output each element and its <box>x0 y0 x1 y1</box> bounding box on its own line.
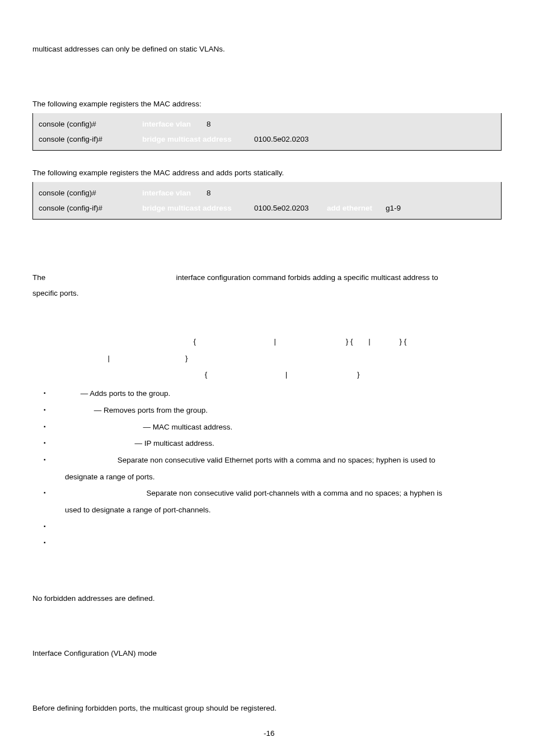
syn1-remove: remove <box>372 337 399 346</box>
code2-r2-prompt: console (config-if)# <box>39 200 142 216</box>
code1-r2-arg: 0100.5e02.0203 <box>254 132 309 147</box>
example2-caption: The following example registers the MAC … <box>32 165 502 181</box>
syntax-line2: interface-list | port-channel number} <box>65 350 502 367</box>
syn2-pc: port-channel <box>112 354 160 362</box>
code2-row1: console (config)# interface vlan 8 <box>39 185 495 200</box>
command-modes-heading: Command Modes <box>32 622 502 638</box>
param-eth-d1: Separate non consecutive valid Ethernet … <box>118 456 435 464</box>
syn1-b: ip-multicast-address <box>278 337 346 346</box>
syntax-line1: bridge multicast forbidden address {mac-… <box>65 333 502 350</box>
code2-r2-kw1: bridge multicast address <box>142 200 254 216</box>
default-config-text: No forbidden addresses are defined. <box>32 591 502 606</box>
syn3-close: } <box>357 370 360 379</box>
syn1-bc2: } { <box>400 337 407 346</box>
page-container: multicast addresses can only be defined … <box>0 0 534 756</box>
code2-r1-kw: interface vlan <box>142 185 207 200</box>
param-add-key: add <box>65 389 78 398</box>
param-port-channel: port-channel number — Separate non conse… <box>38 485 502 518</box>
example1-caption: The following example registers the MAC … <box>32 96 502 112</box>
param-eth-key: interface-list — <box>65 456 118 464</box>
code2-r1-arg: 8 <box>207 185 223 200</box>
command-modes-text: Interface Configuration (VLAN) mode <box>32 646 502 661</box>
param-pc-d1: Separate non consecutive valid port-chan… <box>147 489 442 497</box>
intro-paragraph: multicast addresses can only be defined … <box>32 41 502 57</box>
param-mac: mac-multicast-address — MAC multicast ad… <box>38 419 502 436</box>
syn2-b: number <box>160 354 185 362</box>
syn1-eth: ethernet <box>406 337 436 346</box>
syn1-bar2: | <box>366 337 372 346</box>
code1-r1-kw: interface vlan <box>142 116 207 132</box>
syn1-cmd: bridge multicast forbidden address <box>65 337 194 346</box>
param-mac-key: mac-multicast-address <box>65 423 141 431</box>
syn1-add: add <box>353 337 366 346</box>
param-eth-d2: designate a range of ports. <box>65 469 502 486</box>
syn3-b: ip-multicast-address <box>289 370 357 379</box>
page-number: -16 <box>264 729 275 738</box>
user-guidelines-heading: User Guidelines <box>32 677 502 693</box>
param-ip-key: ip-multicast-address <box>65 439 133 447</box>
code2-r2-arg1: 0100.5e02.0203 <box>254 200 327 216</box>
syn1-a: mac-multicast-address <box>196 337 272 346</box>
desc-cmd: bridge multicast forbidden address <box>48 273 174 282</box>
code2-row2: console (config-if)# bridge multicast ad… <box>39 200 495 216</box>
desc-pre: The <box>32 273 48 282</box>
command-description-line2: specific ports. <box>32 286 502 301</box>
syntax-line3: no bridge multicast forbidden address {m… <box>65 366 502 383</box>
parameter-list: add — Adds ports to the group. remove — … <box>32 385 502 552</box>
default-config-heading: Default Configuration <box>32 567 502 583</box>
code2-r1-prompt: console (config)# <box>39 185 142 200</box>
param-empty-1 <box>38 519 502 535</box>
code2-r2-kw2: add ethernet <box>327 200 386 216</box>
param-remove: remove — Removes ports from the group. <box>38 402 502 419</box>
example-heading: Example <box>32 73 502 88</box>
param-remove-desc: — Removes ports from the group. <box>92 406 208 414</box>
code-block-1: console (config)# interface vlan 8 conso… <box>32 113 502 151</box>
syn1-bc: } { <box>346 337 353 346</box>
command-heading: bridge multicast forbidden address <box>32 248 502 268</box>
command-description-line1: The bridge multicast forbidden address i… <box>32 270 502 286</box>
page-footer: 4-16 <box>0 726 534 741</box>
syn2-bar: | <box>106 354 112 362</box>
syn2-close: } <box>185 354 188 362</box>
code1-row1: console (config)# interface vlan 8 <box>39 116 495 132</box>
syn2-a: interface-list <box>65 354 106 362</box>
footer-prefix: 4 <box>259 729 264 738</box>
param-remove-key: remove <box>65 406 92 414</box>
param-add: add — Adds ports to the group. <box>38 385 502 402</box>
param-ip: ip-multicast-address — IP multicast addr… <box>38 435 502 452</box>
desc-post: interface configuration command forbids … <box>174 273 438 282</box>
syn3-a: mac-multicast-address <box>207 370 283 379</box>
param-pc-key: port-channel number — <box>65 489 147 497</box>
user-guidelines-text: Before defining forbidden ports, the mul… <box>32 701 502 716</box>
syntax-heading: Syntax <box>32 318 502 333</box>
code1-r2-prompt: console (config-if)# <box>39 132 142 147</box>
syn3-bar: | <box>283 370 289 379</box>
code-block-2: console (config)# interface vlan 8 conso… <box>32 182 502 220</box>
code1-row2: console (config-if)# bridge multicast ad… <box>39 132 495 147</box>
code1-r1-arg: 8 <box>207 116 223 132</box>
code1-r2-kw: bridge multicast address <box>142 132 254 147</box>
param-interface-list: interface-list — Separate non consecutiv… <box>38 452 502 485</box>
param-pc-d2: used to designate a range of port-channe… <box>65 502 502 519</box>
code2-r2-arg2: g1-9 <box>386 200 401 216</box>
param-mac-desc: — MAC multicast address. <box>141 423 233 431</box>
syn1-bar1: | <box>272 337 278 346</box>
syntax-block: bridge multicast forbidden address {mac-… <box>65 333 502 383</box>
param-ip-desc: — IP multicast address. <box>133 439 214 447</box>
param-empty-2 <box>38 535 502 552</box>
syn3-no: no bridge multicast forbidden address <box>65 370 205 379</box>
code1-r1-prompt: console (config)# <box>39 116 142 132</box>
param-add-desc: — Adds ports to the group. <box>78 389 170 398</box>
